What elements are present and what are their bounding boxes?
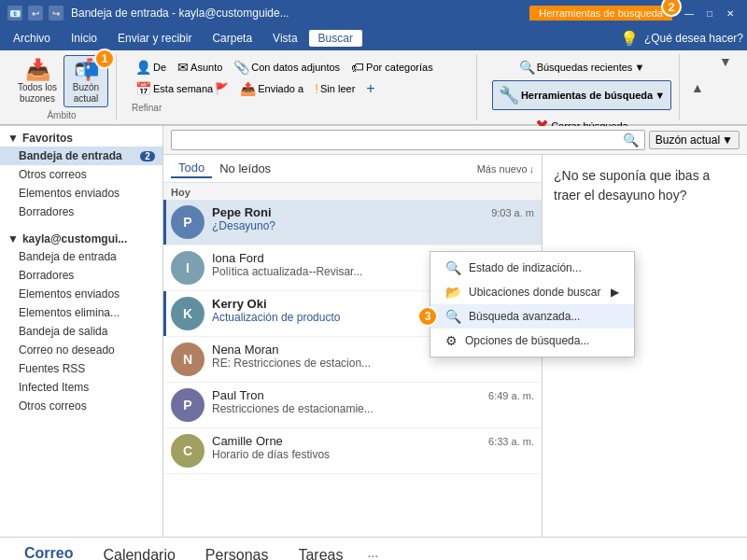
sidebar-sub-salida[interactable]: Bandeja de salida xyxy=(0,322,162,341)
dropdown-menu: 🔍 Estado de indización... 📂 Ubicaciones … xyxy=(430,251,635,357)
sidebar-item-bandeja-entrada[interactable]: Bandeja de entrada 2 xyxy=(0,147,162,165)
busquedas-recientes-button[interactable]: 🔍 Búsquedas recientes ▼ xyxy=(515,58,649,77)
unread-badge: 2 xyxy=(140,151,155,161)
tab-all[interactable]: Todo xyxy=(171,159,212,178)
title-bar-controls: — □ ✕ xyxy=(680,6,740,21)
dropdown-item-0[interactable]: 🔍 Estado de indización... xyxy=(430,256,634,280)
refine-row2: 📅 Esta semana 🚩 📤 Enviado a ! Sin leer + xyxy=(132,78,469,99)
avatar-0: P xyxy=(171,205,204,239)
app-icon: 📧 xyxy=(7,6,22,21)
search-scope-dropdown[interactable]: Buzón actual ▼ xyxy=(649,131,740,149)
sidebar-sub-no-deseado[interactable]: Correo no deseado xyxy=(0,341,162,359)
bottom-nav: Correo Calendario Personas Tareas ··· xyxy=(0,537,747,560)
todos-buzones-button[interactable]: 📥 Todos los buzones xyxy=(15,56,60,106)
menu-bar: Archivo Inicio Enviar y recibir Carpeta … xyxy=(0,26,747,50)
sidebar-sub-otros[interactable]: Otros correos xyxy=(0,397,162,415)
menu-archivo[interactable]: Archivo xyxy=(4,30,60,47)
nav-correo[interactable]: Correo xyxy=(11,541,86,560)
avatar-2: K xyxy=(171,297,204,330)
por-categorias-button[interactable]: 🏷 Por categorías xyxy=(347,58,437,77)
de-button[interactable]: 👤 De xyxy=(132,58,170,77)
todos-buzones-icon: 📥 xyxy=(25,58,50,82)
sidebar-item-borradores[interactable]: Borradores xyxy=(0,203,162,221)
sidebar-sub-borradores[interactable]: Borradores xyxy=(0,266,162,285)
sin-leer-button[interactable]: ! Sin leer xyxy=(311,78,359,99)
clock-icon: 🔍 xyxy=(519,60,535,75)
ribbon-scroll-up[interactable]: ▲ xyxy=(687,54,708,120)
search-icon: 🔍 xyxy=(623,133,639,147)
buzon-actual-button[interactable]: 📬 Buzón actual 1 xyxy=(63,55,108,107)
search-input-wrap[interactable]: 🔍 xyxy=(171,130,645,150)
sender-3: Nena Moran xyxy=(212,343,279,357)
esta-semana-button[interactable]: 📅 Esta semana 🚩 xyxy=(132,78,233,99)
ribbon: 📥 Todos los buzones 📬 Buzón actual 1 Ámb… xyxy=(0,50,747,126)
menu-inicio[interactable]: Inicio xyxy=(62,30,106,47)
chevron-down-icon: ▼ xyxy=(7,132,19,145)
nav-more-button[interactable]: ··· xyxy=(359,544,386,561)
scope-arrow-icon: ▼ xyxy=(722,133,733,147)
dropdown-item-1[interactable]: 📂 Ubicaciones donde buscar ▶ xyxy=(430,280,634,304)
redo-icon[interactable]: ↪ xyxy=(49,6,63,21)
menu-carpeta[interactable]: Carpeta xyxy=(203,30,261,47)
clip-icon: 📎 xyxy=(233,60,249,75)
nav-calendario[interactable]: Calendario xyxy=(90,543,188,561)
time-0: 9:03 a. m xyxy=(491,207,534,218)
enviado-a-button[interactable]: 📤 Enviado a xyxy=(236,78,307,99)
add-button[interactable]: + xyxy=(362,78,378,99)
maximize-button[interactable]: □ xyxy=(700,6,719,21)
search-input[interactable] xyxy=(177,133,623,147)
close-button[interactable]: ✕ xyxy=(721,6,740,21)
dropdown-item-3[interactable]: ⚙ Opciones de búsqueda... xyxy=(430,329,634,353)
tools-icon: 🔧 xyxy=(499,85,519,105)
search-bar: 🔍 Buzón actual ▼ xyxy=(163,126,747,155)
nav-tareas[interactable]: Tareas xyxy=(285,543,356,561)
sidebar-sub-bandeja[interactable]: Bandeja de entrada xyxy=(0,247,162,266)
sender-1: Iona Ford xyxy=(212,251,264,265)
menu-vista[interactable]: Vista xyxy=(263,30,306,47)
dropdown-arrow-icon: ▼ xyxy=(634,62,644,73)
menu-enviar-recibir[interactable]: Enviar y recibir xyxy=(108,30,201,47)
subject-3: RE: Restricciones de estacion... xyxy=(212,357,534,370)
sender-0: Pepe Roni xyxy=(212,205,272,219)
search-tools-tab[interactable]: Herramientas de búsqueda 2 xyxy=(529,6,672,21)
flag-icon: 🚩 xyxy=(215,82,229,95)
category-icon: 🏷 xyxy=(351,60,364,75)
mail-icon: ✉ xyxy=(177,60,189,75)
index-icon: 🔍 xyxy=(445,260,461,275)
dropdown-overlay: 🔍 Estado de indización... 📂 Ubicaciones … xyxy=(430,251,635,357)
sort-dropdown[interactable]: Más nuevo ↓ xyxy=(477,163,534,175)
badge-3: 3 xyxy=(417,306,438,327)
dropdown-arrow2-icon: ▼ xyxy=(655,90,665,101)
account-section[interactable]: ▼ kayla@customgui... xyxy=(0,227,162,247)
dropdown-item-2[interactable]: 🔍 Búsqueda avanzada... 3 xyxy=(430,304,634,329)
tab-unread[interactable]: No leídos xyxy=(212,160,278,177)
email-list: Hoy P Pepe Roni 9:03 a. m ¿Desayuno? xyxy=(163,183,542,537)
undo-icon[interactable]: ↩ xyxy=(28,6,43,21)
asunto-button[interactable]: ✉ Asunto xyxy=(174,58,226,77)
sidebar-sub-infected[interactable]: Infected Items xyxy=(0,378,162,397)
arrow-right-icon: ▶ xyxy=(611,286,619,299)
unread-icon: ! xyxy=(315,81,318,96)
subject-4: Restricciones de estacionamie... xyxy=(212,402,534,415)
title-bar: 📧 ↩ ↪ Bandeja de entrada - kayla@customg… xyxy=(0,0,747,26)
sidebar-sub-eliminados[interactable]: Elementos elimina... xyxy=(0,303,162,322)
ribbon-scroll-down[interactable]: ▼ xyxy=(715,54,736,69)
main-area: ▼ Favoritos Bandeja de entrada 2 Otros c… xyxy=(0,126,747,537)
con-datos-button[interactable]: 📎 Con datos adjuntos xyxy=(230,58,344,77)
sidebar-item-elementos-enviados[interactable]: Elementos enviados xyxy=(0,184,162,203)
email-item-5[interactable]: C Camille Orne 6:33 a. m. Horario de día… xyxy=(163,428,542,474)
email-item-4[interactable]: P Paul Tron 6:49 a. m. Restricciones de … xyxy=(163,383,542,428)
nav-personas[interactable]: Personas xyxy=(192,543,282,561)
badge-2: 2 xyxy=(661,0,682,17)
minimize-button[interactable]: — xyxy=(680,6,698,21)
options-icon: ⚙ xyxy=(445,333,458,348)
badge-1: 1 xyxy=(94,49,115,69)
sidebar-item-otros-correos[interactable]: Otros correos xyxy=(0,165,162,184)
menu-buscar[interactable]: Buscar xyxy=(309,30,362,47)
preview-text: ¿No se suponía que ibas a traer el desay… xyxy=(554,166,736,205)
herramientas-busqueda-button[interactable]: 🔧 Herramientas de búsqueda ▼ xyxy=(492,80,671,110)
sidebar-sub-rss[interactable]: Fuentes RSS xyxy=(0,359,162,378)
email-item-0[interactable]: P Pepe Roni 9:03 a. m ¿Desayuno? xyxy=(163,200,542,245)
sidebar-sub-enviados[interactable]: Elementos enviados xyxy=(0,285,162,303)
favorites-section[interactable]: ▼ Favoritos xyxy=(0,126,162,147)
